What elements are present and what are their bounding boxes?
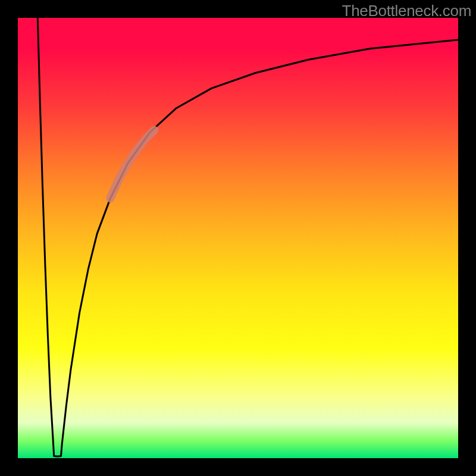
left-branch-path: [37, 18, 54, 456]
highlight-segment-path: [110, 130, 154, 199]
valley-floor-path: [54, 456, 61, 456]
curve-layer: [18, 18, 458, 458]
chart-frame: TheBottleneck.com: [0, 0, 476, 476]
plot-area: [18, 18, 458, 458]
asymptote-curve-path: [61, 40, 458, 456]
